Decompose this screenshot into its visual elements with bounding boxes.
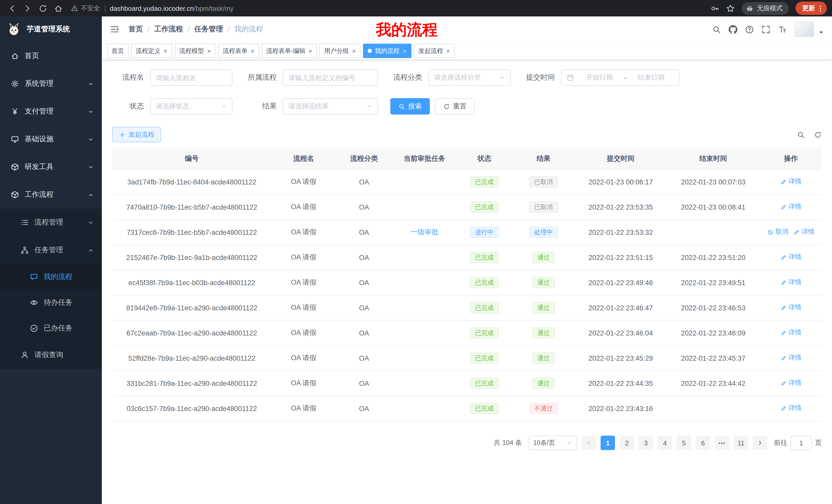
category-select[interactable]: 请选择流程分类 <box>428 69 511 86</box>
table-toolbar: 发起流程 <box>112 127 822 142</box>
action-detail-button[interactable]: 详情 <box>780 354 801 362</box>
create-process-button[interactable]: 发起流程 <box>112 127 161 142</box>
page-jump-input[interactable] <box>790 436 812 450</box>
browser-back-button[interactable] <box>5 2 19 15</box>
cell-current-task <box>392 345 457 371</box>
prev-page-button[interactable] <box>581 436 596 450</box>
sidebar-item-home[interactable]: 首页 <box>0 42 102 70</box>
bookmark-star-icon[interactable] <box>726 4 735 12</box>
search-button[interactable]: 搜索 <box>390 98 430 115</box>
process-def-input[interactable] <box>283 69 378 86</box>
browser-reload-button[interactable] <box>36 2 49 15</box>
breadcrumb-item-workflow[interactable]: 工作流程 <box>154 25 183 34</box>
cell-result: 处理中 <box>512 220 575 245</box>
tab-my-process[interactable]: 我的流程× <box>363 44 411 58</box>
app-logo[interactable]: 芋道管理系统 <box>0 17 102 42</box>
next-page-button[interactable] <box>753 436 767 450</box>
filter-row-2: 状态 请选择状态 结果 请选择流结果 <box>112 98 822 115</box>
browser-forward-button[interactable] <box>21 2 34 15</box>
reset-button[interactable]: 重置 <box>435 98 475 115</box>
page-button-2[interactable]: 2 <box>620 436 634 450</box>
page-button-3[interactable]: 3 <box>639 436 653 450</box>
fullscreen-icon[interactable] <box>761 25 770 34</box>
tab-user-group[interactable]: 用户分组× <box>319 44 361 58</box>
status-select[interactable]: 请选择状态 <box>150 98 232 115</box>
submit-time-range-picker[interactable]: 开始日期 - 结束日期 <box>561 69 679 86</box>
process-name-input-field[interactable] <box>156 74 227 81</box>
filter-label-process-def: 所属流程 <box>245 73 277 82</box>
font-size-icon[interactable] <box>778 25 787 34</box>
status-tag: 已完成 <box>470 353 499 364</box>
result-tag: 处理中 <box>529 227 558 238</box>
tab-close-icon[interactable]: × <box>207 48 211 54</box>
tab-process-form-edit[interactable]: 流程表单-编辑× <box>262 44 317 58</box>
sidebar-item-done-task[interactable]: 已办任务 <box>0 315 102 341</box>
tab-close-icon[interactable]: × <box>163 48 167 54</box>
sidebar-item-leave-query[interactable]: 请假查询 <box>0 341 102 369</box>
breadcrumb-item-task-manage[interactable]: 任务管理 <box>194 25 223 34</box>
tab-close-icon[interactable]: × <box>352 48 356 54</box>
page-button-11[interactable]: 11 <box>734 436 748 450</box>
sidebar-item-my-process[interactable]: 我的流程 <box>0 264 102 290</box>
page-button-5[interactable]: 5 <box>677 436 691 450</box>
action-detail-button[interactable]: 详情 <box>780 203 801 212</box>
github-icon[interactable] <box>729 25 737 34</box>
cell-process-id: 331bc281-7b9a-11ec-a290-acde48001122 <box>112 371 271 396</box>
column-header: 当前审批任务 <box>392 148 457 169</box>
action-detail-button[interactable]: 详情 <box>780 303 801 312</box>
tab-process-definition[interactable]: 流程定义× <box>131 44 172 58</box>
action-detail-button[interactable]: 详情 <box>780 253 801 262</box>
page-button-4[interactable]: 4 <box>658 436 672 450</box>
sidebar-item-infrastructure[interactable]: 基础设施 <box>0 125 102 153</box>
sidebar-item-task-manage[interactable]: 任务管理 <box>0 236 102 264</box>
action-detail-button[interactable]: 详情 <box>780 329 801 337</box>
breadcrumb-item-home[interactable]: 首页 <box>129 25 143 34</box>
password-key-icon[interactable] <box>711 4 719 12</box>
sidebar-item-payment[interactable]: 支付管理 <box>0 97 102 125</box>
page-size-select[interactable]: 10条/页 <box>529 436 577 450</box>
page-button-6[interactable]: 6 <box>696 436 710 450</box>
cell-result: 通过 <box>512 245 575 270</box>
header-search-icon[interactable] <box>712 25 721 34</box>
help-icon[interactable] <box>745 25 754 34</box>
hamburger-icon <box>110 25 119 34</box>
sidebar-toggle-button[interactable] <box>110 25 119 34</box>
sidebar-item-devtools[interactable]: 研发工具 <box>0 153 102 181</box>
tab-start-process[interactable]: 发起流程× <box>414 44 454 58</box>
tab-process-model[interactable]: 流程模型× <box>175 44 215 58</box>
browser-home-button[interactable] <box>51 2 65 15</box>
user-avatar[interactable] <box>795 22 814 37</box>
process-name-input[interactable] <box>150 69 232 86</box>
action-detail-button[interactable]: 详情 <box>780 404 801 413</box>
page-more-button[interactable]: ••• <box>715 436 729 450</box>
tab-home[interactable]: 首页 <box>107 44 129 58</box>
toggle-search-icon[interactable] <box>797 131 805 138</box>
avatar-caret-icon[interactable] <box>818 30 824 35</box>
result-select[interactable]: 请选择流结果 <box>283 98 378 115</box>
tab-label: 我的流程 <box>375 47 399 55</box>
security-status[interactable]: 不安全 <box>71 4 100 12</box>
address-bar[interactable]: 不安全 dashboard.yudao.iocoder.cn/bpm/task/… <box>71 4 702 12</box>
sidebar-item-system[interactable]: 系统管理 <box>0 70 102 97</box>
sidebar-item-workflow[interactable]: 工作流程 <box>0 181 102 208</box>
action-detail-button[interactable]: 详情 <box>780 177 801 186</box>
sidebar-item-process-manage[interactable]: 流程管理 <box>0 208 102 236</box>
current-task-link[interactable]: 一级审批 <box>411 228 438 236</box>
page-button-1[interactable]: 1 <box>601 436 615 450</box>
action-detail-button[interactable]: 详情 <box>780 278 801 287</box>
table-row: 7317cec6-7b9b-11ec-b5b7-acde48001122OA 请… <box>112 220 822 245</box>
refresh-table-icon[interactable] <box>814 131 822 138</box>
tab-process-form[interactable]: 流程表单× <box>218 44 259 58</box>
process-def-input-field[interactable] <box>288 74 372 81</box>
browser-menu-dots-icon[interactable] <box>816 4 824 12</box>
sidebar-item-todo-task[interactable]: 待办任务 <box>0 290 102 315</box>
tab-close-icon[interactable]: × <box>309 48 312 54</box>
tab-close-icon[interactable]: × <box>446 48 450 54</box>
action-cancel-button[interactable]: 取消 <box>767 228 788 236</box>
update-button[interactable]: 更新 <box>796 2 827 15</box>
tab-close-icon[interactable]: × <box>402 48 407 54</box>
action-detail-button[interactable]: 详情 <box>794 228 814 236</box>
action-detail-button[interactable]: 详情 <box>780 379 801 388</box>
browser-toolbar: 不安全 dashboard.yudao.iocoder.cn/bpm/task/… <box>0 0 832 17</box>
tab-close-icon[interactable]: × <box>251 48 254 54</box>
